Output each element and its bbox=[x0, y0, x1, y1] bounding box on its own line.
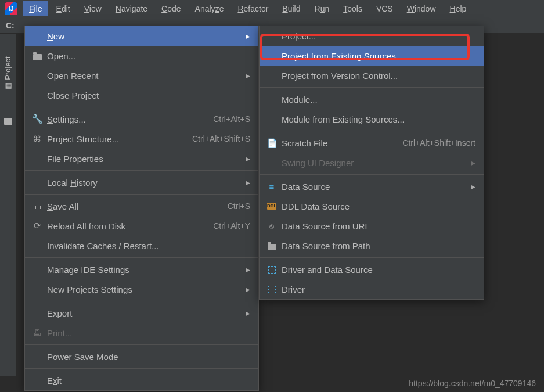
ddl-icon: DDL bbox=[267, 203, 276, 210]
driver-icon bbox=[268, 286, 276, 293]
reload-icon: ⟳ bbox=[34, 221, 41, 231]
shortcut-label: Ctrl+Alt+S bbox=[213, 114, 250, 124]
menu-separator bbox=[260, 87, 484, 88]
chevron-right-icon: ▶ bbox=[246, 156, 250, 162]
menu-file-properties[interactable]: File Properties ▶ bbox=[25, 149, 258, 168]
menu-separator bbox=[25, 368, 258, 369]
drive-label: C: bbox=[6, 21, 15, 30]
menu-project-structure[interactable]: ⌘ Project Structure... Ctrl+Alt+Shift+S bbox=[25, 129, 258, 149]
chevron-right-icon: ▶ bbox=[471, 160, 475, 166]
shortcut-label: Ctrl+Alt+Shift+S bbox=[192, 134, 250, 143]
menu-separator bbox=[260, 174, 484, 175]
project-icon: ▦ bbox=[3, 82, 12, 89]
submenu-data-source[interactable]: ≡ Data Source ▶ bbox=[260, 177, 484, 196]
submenu-swing-designer: Swing UI Designer ▶ bbox=[260, 153, 484, 172]
database-icon: ≡ bbox=[269, 182, 275, 192]
menu-save-all[interactable]: Save All Ctrl+S bbox=[25, 196, 258, 216]
chevron-right-icon: ▶ bbox=[246, 286, 250, 293]
submenu-driver-data-source[interactable]: Driver and Data Source bbox=[260, 260, 484, 279]
menu-invalidate-caches[interactable]: Invalidate Caches / Restart... bbox=[25, 236, 258, 256]
chevron-right-icon: ▶ bbox=[246, 33, 250, 39]
menu-separator bbox=[260, 257, 484, 258]
chevron-right-icon: ▶ bbox=[246, 179, 250, 186]
submenu-driver[interactable]: Driver bbox=[260, 279, 484, 299]
menu-power-save[interactable]: Power Save Mode bbox=[25, 347, 258, 366]
submenu-scratch-file[interactable]: 📄 Scratch File Ctrl+Alt+Shift+Insert bbox=[260, 133, 484, 153]
menu-manage-ide-settings[interactable]: Manage IDE Settings ▶ bbox=[25, 260, 258, 279]
menu-file[interactable]: File bbox=[23, 1, 48, 16]
menu-analyze[interactable]: Analyze bbox=[189, 1, 230, 16]
menu-separator bbox=[25, 107, 258, 107]
app-icon: IJ bbox=[5, 2, 17, 15]
shortcut-label: Ctrl+Alt+Shift+Insert bbox=[402, 138, 475, 148]
menu-tools[interactable]: Tools bbox=[337, 1, 368, 16]
watermark-text: https://blog.csdn.net/m0_47709146 bbox=[409, 379, 536, 388]
menu-help[interactable]: Help bbox=[444, 1, 473, 16]
menu-open[interactable]: Open... bbox=[25, 46, 258, 66]
menu-export[interactable]: Export ▶ bbox=[25, 303, 258, 323]
structure-icon: ⌘ bbox=[33, 134, 41, 143]
menu-separator bbox=[260, 131, 484, 131]
menu-navigate[interactable]: Navigate bbox=[110, 1, 153, 16]
print-icon: 🖶 bbox=[33, 328, 41, 337]
folder-open-icon bbox=[33, 54, 42, 60]
chevron-right-icon: ▶ bbox=[246, 267, 250, 273]
menu-separator bbox=[25, 194, 258, 195]
new-submenu: Project... Project from Existing Sources… bbox=[259, 26, 484, 300]
submenu-module[interactable]: Module... bbox=[260, 89, 484, 109]
submenu-data-source-url[interactable]: ⎋ Data Source from URL bbox=[260, 216, 484, 236]
tool-window-project[interactable]: ▦ Project bbox=[3, 56, 12, 89]
menu-new[interactable]: New ▶ bbox=[25, 26, 258, 46]
submenu-project-existing[interactable]: Project from Existing Sources... bbox=[260, 46, 484, 66]
wrench-icon: 🔧 bbox=[32, 114, 43, 124]
menu-edit[interactable]: Edit bbox=[51, 1, 76, 16]
file-menu-dropdown: New ▶ Open... Open Recent ▶ Close Projec… bbox=[24, 26, 259, 391]
menu-separator bbox=[25, 170, 258, 171]
menu-local-history[interactable]: Local History ▶ bbox=[25, 172, 258, 192]
url-icon: ⎋ bbox=[269, 222, 274, 231]
submenu-module-existing[interactable]: Module from Existing Sources... bbox=[260, 109, 484, 129]
menu-separator bbox=[25, 301, 258, 301]
tool-window-project-label: Project bbox=[3, 56, 12, 80]
menu-reload-all[interactable]: ⟳ Reload All from Disk Ctrl+Alt+Y bbox=[25, 216, 258, 236]
scratch-file-icon: 📄 bbox=[267, 138, 277, 148]
menu-close-project[interactable]: Close Project bbox=[25, 85, 258, 105]
shortcut-label: Ctrl+S bbox=[228, 202, 250, 211]
submenu-data-source-path[interactable]: Data Source from Path bbox=[260, 236, 484, 256]
chevron-right-icon: ▶ bbox=[471, 184, 475, 190]
tool-window-stripe: ▦ Project bbox=[0, 34, 16, 376]
folder-icon[interactable] bbox=[4, 118, 12, 125]
menu-build[interactable]: Build bbox=[276, 1, 306, 16]
submenu-ddl-data-source[interactable]: DDL DDL Data Source bbox=[260, 196, 484, 216]
menu-separator bbox=[25, 344, 258, 345]
menu-window[interactable]: Window bbox=[401, 1, 442, 16]
menu-code[interactable]: Code bbox=[156, 1, 186, 16]
folder-icon bbox=[268, 244, 276, 250]
driver-icon bbox=[268, 266, 276, 274]
menu-new-projects-settings[interactable]: New Projects Settings ▶ bbox=[25, 279, 258, 299]
menu-settings[interactable]: 🔧 Settings... Ctrl+Alt+S bbox=[25, 109, 258, 129]
menu-refactor[interactable]: Refactor bbox=[232, 1, 274, 16]
menu-print[interactable]: 🖶 Print... bbox=[25, 323, 258, 343]
submenu-project[interactable]: Project... bbox=[260, 26, 484, 46]
submenu-project-vcs[interactable]: Project from Version Control... bbox=[260, 66, 484, 85]
shortcut-label: Ctrl+Alt+Y bbox=[213, 221, 250, 231]
menu-vcs[interactable]: VCS bbox=[370, 1, 399, 16]
chevron-right-icon: ▶ bbox=[246, 310, 250, 317]
menu-separator bbox=[25, 257, 258, 258]
menu-open-recent[interactable]: Open Recent ▶ bbox=[25, 66, 258, 85]
save-icon bbox=[34, 203, 41, 210]
menu-view[interactable]: View bbox=[78, 1, 107, 16]
chevron-right-icon: ▶ bbox=[246, 73, 250, 79]
menubar: IJ File Edit View Navigate Code Analyze … bbox=[0, 0, 544, 17]
menu-exit[interactable]: Exit bbox=[25, 371, 258, 390]
menu-run[interactable]: Run bbox=[309, 1, 336, 16]
